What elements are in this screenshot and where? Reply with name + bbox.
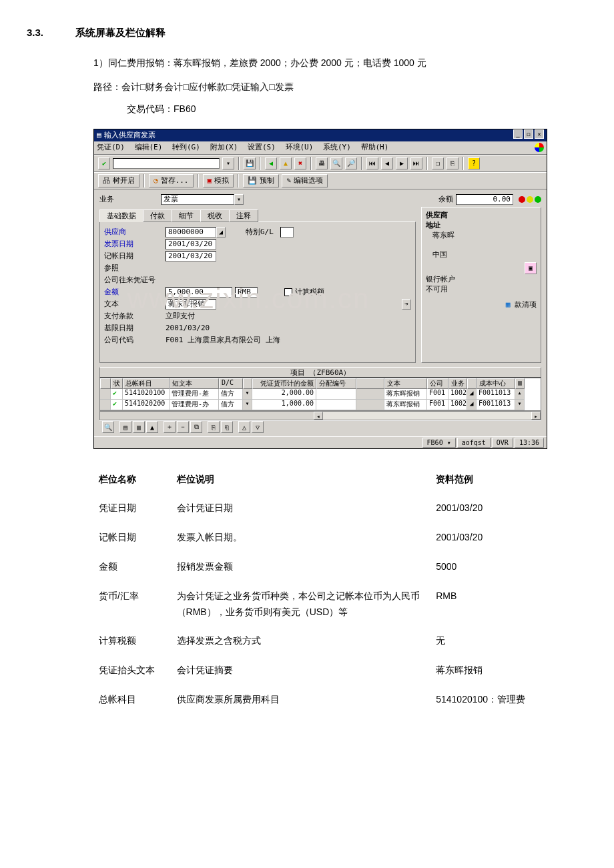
vendor-f4-icon[interactable]: ◢ bbox=[216, 227, 226, 238]
vendor-field[interactable] bbox=[166, 227, 216, 238]
paste-icon[interactable]: ⎗ bbox=[221, 421, 233, 433]
biz-dropdown-icon[interactable]: ▾ bbox=[234, 194, 244, 205]
select-all-icon[interactable]: ▤ bbox=[119, 421, 131, 433]
col-costctr: 成本中心 bbox=[477, 378, 515, 389]
long-text-icon[interactable]: ➔ bbox=[402, 299, 411, 310]
shortcut-icon[interactable]: ⎘ bbox=[446, 157, 458, 169]
scroll-right-icon[interactable]: ▸ bbox=[531, 412, 541, 420]
minimize-button[interactable]: _ bbox=[513, 129, 523, 139]
special-gl-field[interactable] bbox=[280, 227, 294, 238]
dc-dropdown-icon[interactable]: ▾ bbox=[243, 400, 252, 410]
find-next-icon[interactable]: 🔎 bbox=[345, 157, 357, 169]
desc-head-name: 栏位名称 bbox=[93, 465, 172, 494]
menu-extra[interactable]: 附加(X) bbox=[210, 143, 238, 151]
first-page-icon[interactable]: ⏮ bbox=[366, 157, 378, 169]
menu-env[interactable]: 环境(U) bbox=[286, 143, 314, 151]
tab-tax[interactable]: 税收 bbox=[200, 209, 230, 222]
col-config-icon[interactable]: ▥ bbox=[515, 378, 525, 389]
dc-dropdown-icon[interactable]: ▾ bbox=[243, 389, 252, 400]
help-icon[interactable]: ? bbox=[468, 157, 480, 169]
vendor-panel: 供应商 地址 蒋东晖 中国 ▣ 银行帐户 不可用 bbox=[421, 207, 541, 363]
menu-goto[interactable]: 转到(G) bbox=[172, 143, 200, 151]
open-items-button[interactable]: ▦ 款清项 bbox=[506, 300, 537, 309]
menu-edit[interactable]: 编辑(E) bbox=[135, 143, 163, 151]
simulate-button[interactable]: ▣ 模拟 bbox=[203, 174, 234, 187]
vendor-panel-title: 供应商 bbox=[426, 210, 537, 220]
cancel-icon[interactable]: ✖ bbox=[294, 157, 306, 169]
deselect-all-icon[interactable]: ▥ bbox=[133, 421, 145, 433]
col-assign: 分配编号 bbox=[316, 378, 356, 389]
xref-label: 公司往来凭证号 bbox=[104, 275, 171, 285]
biz-label: 业务 bbox=[99, 194, 161, 204]
grid-row-1[interactable]: ✔ 5141020100 管理费用-差 借方 ▾ 2,000.00 蒋东晖报销 … bbox=[100, 389, 541, 400]
prev-page-icon[interactable]: ◀ bbox=[381, 157, 393, 169]
ba-f4-icon[interactable]: ◢ bbox=[467, 389, 477, 400]
calc-tax-checkbox[interactable] bbox=[284, 288, 292, 296]
find-icon[interactable]: 🔍 bbox=[330, 157, 342, 169]
currency-field[interactable] bbox=[235, 287, 258, 298]
desc-row: 计算税额选择发票之含税方式无 bbox=[93, 626, 574, 656]
menu-voucher[interactable]: 凭证(D) bbox=[97, 143, 125, 151]
grid-row-2[interactable]: ✔ 5141020200 管理费用-办 借方 ▾ 1,000.00 蒋东晖报销 … bbox=[100, 400, 541, 410]
tree-on-button[interactable]: 品 树开启 bbox=[98, 174, 139, 187]
scroll-left-icon[interactable]: ◂ bbox=[314, 412, 323, 420]
basic-data-pane: 供应商 ◢ 特别G/L 发票日期 bbox=[99, 222, 416, 363]
menu-help[interactable]: 帮助(H) bbox=[361, 143, 389, 151]
biz-field[interactable] bbox=[161, 194, 234, 205]
intro-line-2: 路径：会计□财务会计□应付帐款□凭证输入□发票 bbox=[93, 79, 587, 95]
col-amount: 凭证货币计的金额 bbox=[252, 378, 316, 389]
insert-row-icon[interactable]: ＋ bbox=[164, 421, 176, 433]
menu-system[interactable]: 系统(Y) bbox=[323, 143, 351, 151]
ref-label: 参照 bbox=[104, 263, 166, 273]
exit-icon[interactable]: ▲ bbox=[280, 157, 292, 169]
menu-settings[interactable]: 设置(S) bbox=[248, 143, 276, 151]
tab-note[interactable]: 注释 bbox=[229, 209, 258, 222]
invdate-field[interactable] bbox=[166, 239, 216, 250]
tab-detail[interactable]: 细节 bbox=[172, 209, 201, 222]
tab-basic[interactable]: 基础数据 bbox=[99, 209, 143, 222]
last-page-icon[interactable]: ⏭ bbox=[410, 157, 422, 169]
print-icon[interactable]: 🖶 bbox=[316, 157, 328, 169]
col-company: 公司 bbox=[427, 378, 448, 389]
expand-icon[interactable]: △ bbox=[238, 421, 250, 433]
edit-options-button[interactable]: ✎ 编辑选项 bbox=[282, 174, 328, 187]
back-icon[interactable]: ◀ bbox=[265, 157, 277, 169]
dropdown-icon[interactable]: ▾ bbox=[222, 157, 234, 169]
payterm-value: 立即支付 bbox=[166, 311, 195, 321]
bank-label: 银行帐户 bbox=[426, 274, 537, 284]
tab-payment[interactable]: 付款 bbox=[143, 209, 172, 222]
maximize-button[interactable]: ◻ bbox=[524, 129, 533, 139]
delete-row-icon[interactable]: － bbox=[177, 421, 189, 433]
scroll-up-icon[interactable]: ▴ bbox=[515, 389, 525, 400]
hold-button[interactable]: ◔ 暂存... bbox=[149, 174, 194, 187]
col-status: 状 bbox=[111, 378, 123, 389]
sort-asc-icon[interactable]: ▲ bbox=[146, 421, 158, 433]
collapse-icon[interactable]: ▽ bbox=[252, 421, 264, 433]
vendor-country: 中国 bbox=[432, 250, 537, 260]
save-icon[interactable]: 💾 bbox=[244, 157, 256, 169]
next-page-icon[interactable]: ▶ bbox=[396, 157, 408, 169]
vendor-label: 供应商 bbox=[104, 227, 166, 237]
field-description-table: 栏位名称 栏位说明 资料范例 凭证日期会计凭证日期2001/03/20 记帐日期… bbox=[93, 465, 574, 715]
text-field[interactable] bbox=[166, 299, 216, 310]
desc-row: 凭证抬头文本会计凭证摘要蒋东晖报销 bbox=[93, 656, 574, 685]
copy-icon[interactable]: ⎘ bbox=[208, 421, 220, 433]
vendor-display-icon[interactable]: ▣ bbox=[525, 262, 537, 274]
dup-row-icon[interactable]: ⧉ bbox=[190, 421, 202, 433]
col-select[interactable] bbox=[100, 378, 111, 389]
grid-hscroll[interactable]: ◂ ▸ bbox=[99, 411, 541, 420]
detail-icon[interactable]: 🔍 bbox=[102, 421, 114, 433]
postdate-field[interactable] bbox=[166, 251, 216, 262]
scroll-down-icon[interactable]: ▾ bbox=[515, 400, 525, 410]
desc-row: 总帐科目供应商发票所属费用科目5141020100：管理费 bbox=[93, 685, 574, 715]
close-button[interactable]: ✕ bbox=[535, 129, 544, 139]
status-mode: OVR bbox=[492, 438, 513, 448]
park-button[interactable]: 💾 预制 bbox=[243, 174, 279, 187]
status-sys: aofqst bbox=[457, 438, 491, 448]
traffic-light-icon bbox=[519, 196, 541, 203]
new-session-icon[interactable]: ❏ bbox=[432, 157, 444, 169]
enter-icon[interactable]: ✔ bbox=[98, 157, 110, 169]
amount-field[interactable] bbox=[166, 287, 232, 298]
ba-f4-icon[interactable]: ◢ bbox=[467, 400, 477, 410]
command-field[interactable] bbox=[113, 158, 220, 169]
